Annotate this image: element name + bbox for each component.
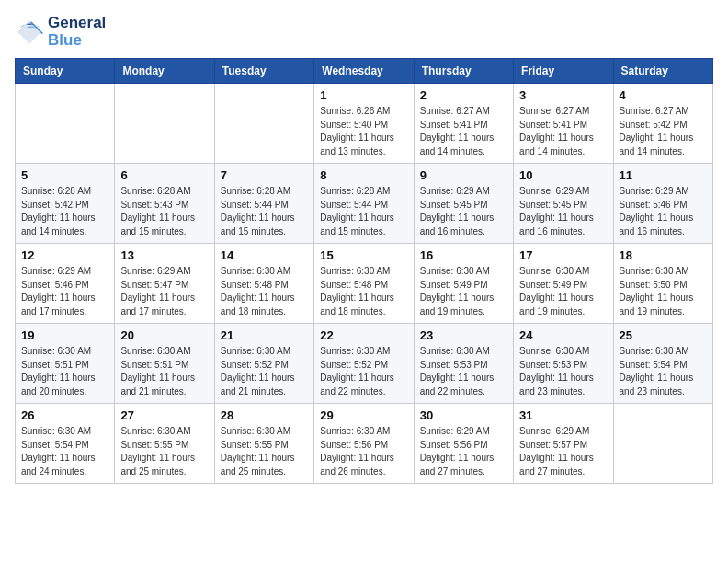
day-info: Sunrise: 6:30 AM Sunset: 5:55 PM Dayligh… (221, 425, 308, 478)
day-info: Sunrise: 6:30 AM Sunset: 5:48 PM Dayligh… (221, 265, 308, 318)
day-number: 13 (120, 248, 208, 262)
day-number: 30 (420, 408, 507, 422)
column-header-monday: Monday (115, 59, 214, 84)
day-number: 27 (120, 408, 208, 422)
calendar-cell: 10Sunrise: 6:29 AM Sunset: 5:45 PM Dayli… (514, 164, 613, 244)
calendar-cell: 11Sunrise: 6:29 AM Sunset: 5:46 PM Dayli… (613, 164, 712, 244)
day-number: 25 (620, 328, 707, 342)
calendar-cell: 5Sunrise: 6:28 AM Sunset: 5:42 PM Daylig… (16, 164, 115, 244)
day-info: Sunrise: 6:27 AM Sunset: 5:42 PM Dayligh… (620, 105, 707, 158)
day-number: 19 (21, 328, 108, 342)
calendar-cell: 23Sunrise: 6:30 AM Sunset: 5:53 PM Dayli… (414, 324, 513, 404)
calendar-cell (613, 404, 712, 484)
day-info: Sunrise: 6:30 AM Sunset: 5:51 PM Dayligh… (21, 345, 108, 398)
day-number: 1 (320, 88, 407, 102)
calendar-cell: 13Sunrise: 6:29 AM Sunset: 5:47 PM Dayli… (115, 244, 214, 324)
day-info: Sunrise: 6:28 AM Sunset: 5:42 PM Dayligh… (21, 185, 108, 238)
day-number: 16 (420, 248, 507, 262)
day-number: 3 (519, 88, 607, 102)
day-number: 4 (620, 88, 707, 102)
day-info: Sunrise: 6:30 AM Sunset: 5:56 PM Dayligh… (320, 425, 407, 478)
day-info: Sunrise: 6:28 AM Sunset: 5:43 PM Dayligh… (120, 185, 208, 238)
day-number: 11 (620, 168, 707, 182)
day-number: 26 (21, 408, 108, 422)
day-info: Sunrise: 6:30 AM Sunset: 5:52 PM Dayligh… (320, 345, 407, 398)
day-info: Sunrise: 6:28 AM Sunset: 5:44 PM Dayligh… (221, 185, 308, 238)
calendar-cell: 1Sunrise: 6:26 AM Sunset: 5:40 PM Daylig… (314, 84, 414, 164)
day-number: 24 (519, 328, 607, 342)
calendar-cell: 30Sunrise: 6:29 AM Sunset: 5:56 PM Dayli… (414, 404, 513, 484)
calendar-cell: 12Sunrise: 6:29 AM Sunset: 5:46 PM Dayli… (16, 244, 115, 324)
calendar-header-row: SundayMondayTuesdayWednesdayThursdayFrid… (16, 59, 713, 84)
calendar-cell (115, 84, 214, 164)
day-number: 6 (120, 168, 208, 182)
calendar-week-row: 19Sunrise: 6:30 AM Sunset: 5:51 PM Dayli… (16, 324, 713, 404)
day-info: Sunrise: 6:30 AM Sunset: 5:49 PM Dayligh… (519, 265, 607, 318)
column-header-saturday: Saturday (613, 59, 712, 84)
calendar-cell (16, 84, 115, 164)
day-number: 15 (320, 248, 407, 262)
calendar-cell: 8Sunrise: 6:28 AM Sunset: 5:44 PM Daylig… (314, 164, 414, 244)
day-info: Sunrise: 6:26 AM Sunset: 5:40 PM Dayligh… (320, 105, 407, 158)
day-info: Sunrise: 6:30 AM Sunset: 5:55 PM Dayligh… (120, 425, 208, 478)
day-info: Sunrise: 6:28 AM Sunset: 5:44 PM Dayligh… (320, 185, 407, 238)
calendar-cell: 16Sunrise: 6:30 AM Sunset: 5:49 PM Dayli… (414, 244, 513, 324)
day-info: Sunrise: 6:29 AM Sunset: 5:46 PM Dayligh… (21, 265, 108, 318)
calendar-cell: 7Sunrise: 6:28 AM Sunset: 5:44 PM Daylig… (214, 164, 313, 244)
day-info: Sunrise: 6:30 AM Sunset: 5:48 PM Dayligh… (320, 265, 407, 318)
calendar-cell: 21Sunrise: 6:30 AM Sunset: 5:52 PM Dayli… (214, 324, 313, 404)
day-number: 10 (519, 168, 607, 182)
day-number: 12 (21, 248, 108, 262)
calendar-cell: 19Sunrise: 6:30 AM Sunset: 5:51 PM Dayli… (16, 324, 115, 404)
column-header-friday: Friday (514, 59, 613, 84)
day-info: Sunrise: 6:29 AM Sunset: 5:57 PM Dayligh… (519, 425, 607, 478)
day-info: Sunrise: 6:30 AM Sunset: 5:51 PM Dayligh… (120, 345, 208, 398)
day-number: 31 (519, 408, 607, 422)
calendar-cell: 26Sunrise: 6:30 AM Sunset: 5:54 PM Dayli… (16, 404, 115, 484)
calendar-cell: 31Sunrise: 6:29 AM Sunset: 5:57 PM Dayli… (514, 404, 613, 484)
day-number: 2 (420, 88, 507, 102)
day-number: 7 (221, 168, 308, 182)
day-info: Sunrise: 6:30 AM Sunset: 5:53 PM Dayligh… (420, 345, 507, 398)
day-number: 20 (120, 328, 208, 342)
calendar-cell: 4Sunrise: 6:27 AM Sunset: 5:42 PM Daylig… (613, 84, 712, 164)
logo-icon (15, 17, 44, 47)
day-number: 5 (21, 168, 108, 182)
calendar-table: SundayMondayTuesdayWednesdayThursdayFrid… (15, 58, 713, 484)
calendar-week-row: 12Sunrise: 6:29 AM Sunset: 5:46 PM Dayli… (16, 244, 713, 324)
calendar-cell: 22Sunrise: 6:30 AM Sunset: 5:52 PM Dayli… (314, 324, 414, 404)
day-info: Sunrise: 6:30 AM Sunset: 5:52 PM Dayligh… (221, 345, 308, 398)
day-info: Sunrise: 6:27 AM Sunset: 5:41 PM Dayligh… (519, 105, 607, 158)
calendar-cell: 3Sunrise: 6:27 AM Sunset: 5:41 PM Daylig… (514, 84, 613, 164)
calendar-cell: 2Sunrise: 6:27 AM Sunset: 5:41 PM Daylig… (414, 84, 513, 164)
calendar-cell: 17Sunrise: 6:30 AM Sunset: 5:49 PM Dayli… (514, 244, 613, 324)
day-info: Sunrise: 6:30 AM Sunset: 5:49 PM Dayligh… (420, 265, 507, 318)
calendar-cell: 29Sunrise: 6:30 AM Sunset: 5:56 PM Dayli… (314, 404, 414, 484)
calendar-cell: 9Sunrise: 6:29 AM Sunset: 5:45 PM Daylig… (414, 164, 513, 244)
calendar-cell: 14Sunrise: 6:30 AM Sunset: 5:48 PM Dayli… (214, 244, 313, 324)
calendar-cell: 28Sunrise: 6:30 AM Sunset: 5:55 PM Dayli… (214, 404, 313, 484)
day-info: Sunrise: 6:29 AM Sunset: 5:56 PM Dayligh… (420, 425, 507, 478)
day-number: 9 (420, 168, 507, 182)
calendar-week-row: 1Sunrise: 6:26 AM Sunset: 5:40 PM Daylig… (16, 84, 713, 164)
page-header: General Blue (15, 15, 713, 49)
calendar-cell: 20Sunrise: 6:30 AM Sunset: 5:51 PM Dayli… (115, 324, 214, 404)
calendar-cell: 25Sunrise: 6:30 AM Sunset: 5:54 PM Dayli… (613, 324, 712, 404)
column-header-wednesday: Wednesday (314, 59, 414, 84)
day-info: Sunrise: 6:30 AM Sunset: 5:54 PM Dayligh… (620, 345, 707, 398)
day-info: Sunrise: 6:29 AM Sunset: 5:46 PM Dayligh… (620, 185, 707, 238)
day-number: 23 (420, 328, 507, 342)
day-info: Sunrise: 6:30 AM Sunset: 5:50 PM Dayligh… (620, 265, 707, 318)
column-header-tuesday: Tuesday (214, 59, 313, 84)
day-number: 14 (221, 248, 308, 262)
day-info: Sunrise: 6:29 AM Sunset: 5:45 PM Dayligh… (420, 185, 507, 238)
day-info: Sunrise: 6:29 AM Sunset: 5:47 PM Dayligh… (120, 265, 208, 318)
day-number: 18 (620, 248, 707, 262)
calendar-cell: 15Sunrise: 6:30 AM Sunset: 5:48 PM Dayli… (314, 244, 414, 324)
calendar-week-row: 26Sunrise: 6:30 AM Sunset: 5:54 PM Dayli… (16, 404, 713, 484)
calendar-cell: 27Sunrise: 6:30 AM Sunset: 5:55 PM Dayli… (115, 404, 214, 484)
column-header-thursday: Thursday (414, 59, 513, 84)
day-number: 17 (519, 248, 607, 262)
column-header-sunday: Sunday (16, 59, 115, 84)
day-info: Sunrise: 6:29 AM Sunset: 5:45 PM Dayligh… (519, 185, 607, 238)
